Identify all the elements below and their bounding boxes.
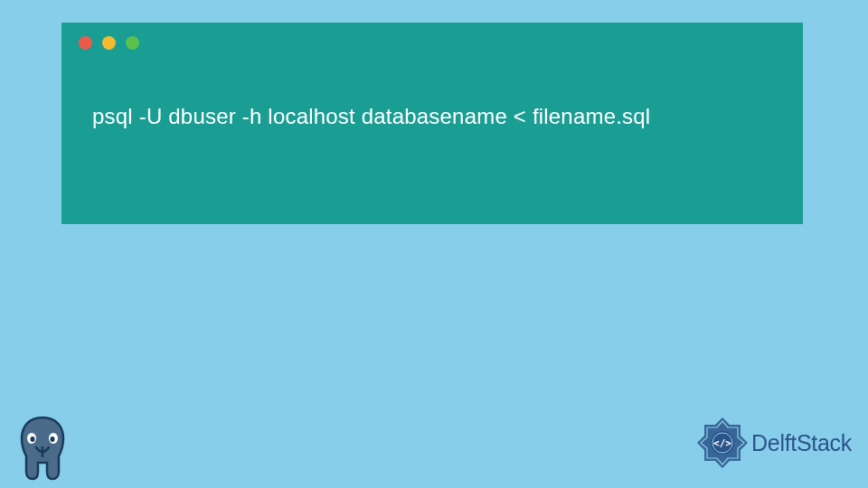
- delftstack-badge-icon: </>: [695, 416, 750, 470]
- terminal-window: psql -U dbuser -h localhost databasename…: [61, 23, 803, 224]
- svg-text:</>: </>: [713, 437, 731, 449]
- minimize-icon: [102, 36, 116, 50]
- maximize-icon: [126, 36, 139, 50]
- terminal-command: psql -U dbuser -h localhost databasename…: [61, 50, 803, 129]
- window-controls: [61, 23, 803, 50]
- close-icon: [79, 36, 92, 50]
- svg-point-3: [51, 436, 55, 442]
- postgresql-logo-icon: [11, 413, 74, 481]
- svg-point-1: [31, 436, 35, 442]
- delftstack-name: DelftStack: [751, 430, 852, 456]
- delftstack-logo: </> DelftStack: [695, 416, 852, 470]
